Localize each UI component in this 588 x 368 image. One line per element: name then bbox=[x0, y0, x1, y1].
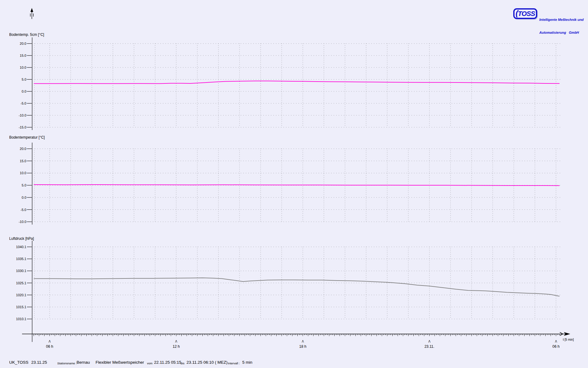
logo-tagline-line1: Intelligente Meßtechnik und bbox=[539, 17, 584, 22]
x-hour-label: 06 h bbox=[46, 344, 53, 349]
y-tick-label: 15.0 bbox=[20, 159, 26, 163]
y-tick-label: -10.0 bbox=[19, 220, 26, 224]
x-caret: Λ bbox=[555, 340, 557, 343]
chart-title: Bodentemperatur [°C] bbox=[9, 135, 45, 140]
y-tick-label: 10.0 bbox=[20, 66, 26, 69]
y-tick-label: 1025.1 bbox=[16, 281, 26, 285]
device-name: Flexibler Meßwertspeicher bbox=[96, 360, 144, 365]
station-name: Bernau bbox=[77, 360, 90, 365]
from-datetime: 22.11.25 05:15 bbox=[154, 360, 181, 365]
chart-1: 20.015.010.05.00.0-5.0-10.0Bodentemperat… bbox=[9, 135, 560, 224]
y-tick-label: 20.0 bbox=[20, 42, 26, 45]
chart-title: Bodentemp. 5cm [°C] bbox=[9, 33, 44, 37]
interval-value: 5 min bbox=[242, 360, 252, 365]
y-tick-label: -5.0 bbox=[21, 208, 26, 212]
x-caret: Λ bbox=[49, 340, 51, 343]
y-tick-label: 1035.1 bbox=[16, 257, 26, 261]
y-tick-label: 5.0 bbox=[22, 183, 26, 187]
x-hour-label: 18 h bbox=[299, 344, 306, 349]
y-axis-arrow-icon bbox=[30, 8, 33, 19]
y-tick-label: 10.0 bbox=[20, 171, 26, 175]
toss-logo-tagline: Intelligente Meßtechnik und Automatisier… bbox=[539, 9, 584, 43]
y-tick-label: 1015.1 bbox=[16, 305, 26, 309]
toss-logo-box: ( TOSS bbox=[513, 8, 537, 19]
report-canvas: 20.015.010.05.00.0-5.0-10.0-15.0Bodentem… bbox=[0, 0, 588, 368]
y-tick-label: -5.0 bbox=[21, 102, 26, 105]
from-label: vom bbox=[147, 362, 153, 365]
x-caret: Λ bbox=[175, 340, 177, 343]
toss-logo-text: TOSS bbox=[518, 10, 535, 17]
charts-plot-area: 20.015.010.05.00.0-5.0-10.0-15.0Bodentem… bbox=[0, 0, 588, 368]
to-label: bis bbox=[181, 362, 184, 365]
series-line-1 bbox=[34, 185, 560, 186]
x-caret: Λ bbox=[302, 340, 304, 343]
logo-tagline-line2: Automatisierung GmbH bbox=[539, 30, 584, 35]
series-line-2 bbox=[34, 278, 560, 296]
y-tick-label: 0.0 bbox=[22, 90, 26, 93]
x-hour-label: 06 h bbox=[552, 344, 560, 349]
y-tick-label: 20.0 bbox=[20, 147, 26, 151]
x-hour-label: 23.11. bbox=[424, 344, 434, 349]
chart-2: 1040.11035.11030.11025.11020.11015.11010… bbox=[9, 236, 560, 342]
toss-logo: ( TOSS Intelligente Meßtechnik und Autom… bbox=[513, 8, 584, 43]
chart-title: Luftdruck [hPa] bbox=[9, 236, 34, 241]
y-tick-label: -15.0 bbox=[19, 125, 26, 129]
interval-label: Intervall : bbox=[228, 362, 240, 365]
y-tick-label: 1010.1 bbox=[16, 317, 26, 321]
station-name-label: Stationsname : bbox=[57, 362, 77, 365]
y-tick-label: 0.0 bbox=[22, 196, 26, 199]
x-caret: Λ bbox=[428, 340, 431, 343]
y-tick-label: 1020.1 bbox=[16, 293, 26, 297]
x-axis-unit-label: t [5 min] bbox=[563, 338, 574, 341]
x-axis: Λ06 hΛ12 hΛ18 hΛ23.11.Λ06 ht [5 min] bbox=[22, 332, 574, 349]
status-bar: UK_TOSS 23.11.25 Stationsname : Bernau F… bbox=[0, 359, 588, 368]
report-date: 23.11.25 bbox=[31, 360, 47, 365]
app-name: UK_TOSS bbox=[9, 360, 28, 365]
series-line-0 bbox=[34, 81, 560, 84]
x-hour-label: 12 h bbox=[173, 344, 180, 349]
chart-0: 20.015.010.05.00.0-5.0-10.0-15.0Bodentem… bbox=[9, 33, 560, 130]
y-tick-label: 15.0 bbox=[20, 54, 26, 57]
y-tick-label: 5.0 bbox=[22, 78, 26, 81]
to-datetime: 23.11.25 06:10 ( MEZ) bbox=[187, 360, 228, 365]
y-tick-label: 1030.1 bbox=[16, 269, 26, 273]
y-tick-label: -10.0 bbox=[19, 113, 26, 117]
y-tick-label: 1040.1 bbox=[16, 245, 26, 249]
